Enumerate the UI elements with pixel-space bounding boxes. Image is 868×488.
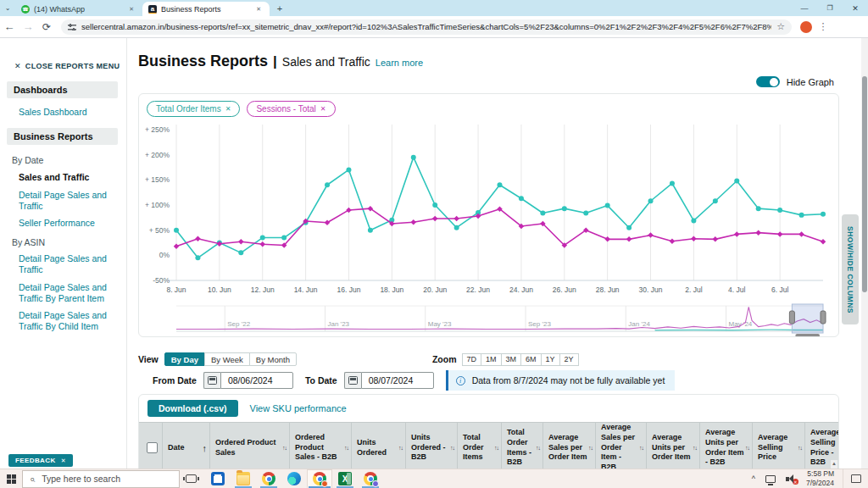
zoom-1y[interactable]: 1Y [541, 353, 560, 366]
metric-chip-total-order-items[interactable]: Total Order Items✕ [147, 101, 240, 117]
site-settings-icon[interactable] [68, 24, 76, 30]
sidebar-item-detail-page-sales-and-traffic[interactable]: Detail Page Sales and Traffic [0, 250, 126, 279]
column-header-select[interactable] [139, 423, 163, 469]
view-by-day[interactable]: By Day [164, 352, 205, 366]
sort-icon[interactable]: ↑↓ [344, 445, 348, 451]
view-by-month[interactable]: By Month [249, 352, 297, 366]
navigator-selection[interactable] [792, 304, 823, 333]
column-header-date[interactable]: Date↑⌄ [163, 423, 210, 469]
zoom-7d[interactable]: 7D [462, 353, 482, 366]
store-taskbar-icon[interactable] [205, 469, 231, 488]
page-scrollbar[interactable] [861, 38, 868, 469]
zoom-1m[interactable]: 1M [481, 353, 502, 366]
url-text[interactable]: sellercentral.amazon.in/business-reports… [81, 22, 771, 31]
column-header-total-order-items-b2b[interactable]: Total Order Items - B2B↑↓ [502, 423, 543, 469]
browser-tab-business-reports[interactable]: aBusiness Reports✕ [142, 2, 270, 16]
minimize-button[interactable]: — [792, 0, 817, 16]
sort-icon[interactable]: ↑↓ [798, 445, 802, 451]
column-header-units-ordered[interactable]: Units Ordered↑↓⌄ [352, 423, 406, 469]
table-scrollbar[interactable]: ▲ ▼ [831, 460, 837, 469]
hide-graph-toggle[interactable] [756, 76, 780, 87]
scroll-up-icon[interactable]: ▲ [831, 461, 837, 466]
back-icon[interactable]: ← [0, 20, 19, 33]
navigator-scrollbar-thumb[interactable] [795, 334, 820, 336]
column-header-units-ordered-b2b[interactable]: Units Ordered - B2B↑↓ [406, 423, 458, 469]
sort-icon[interactable]: ↑↓ [282, 445, 287, 451]
new-tab-button[interactable]: + [273, 2, 287, 15]
zoom-3m[interactable]: 3M [501, 353, 522, 366]
sort-icon[interactable]: ↑↓ [745, 445, 749, 451]
chevron-down-icon[interactable]: ⌄ [0, 0, 15, 16]
action-center-button[interactable] [843, 469, 868, 488]
to-date-input[interactable]: 08/07/2024 [361, 372, 434, 389]
metric-chip-sessions-total[interactable]: Sessions - Total✕ [247, 101, 335, 117]
bookmark-star-icon[interactable]: ☆ [776, 21, 785, 32]
select-all-checkbox[interactable] [147, 442, 158, 453]
volume-muted-icon[interactable]: ✕ [786, 474, 796, 483]
excel-taskbar-icon[interactable] [332, 469, 358, 488]
browser-tab-14-whatsapp[interactable]: (14) WhatsApp✕ [15, 2, 142, 16]
from-date-calendar-button[interactable] [203, 372, 220, 389]
close-tab-icon[interactable]: ✕ [253, 5, 264, 14]
browser-menu-icon[interactable]: ⋮ [815, 21, 831, 32]
sort-icon[interactable]: ↑↓ [588, 445, 593, 451]
sort-icon[interactable]: ↑↓ [494, 445, 498, 451]
sort-icon[interactable]: ↑↓ [693, 445, 697, 451]
sidebar-item-detail-page-sales-and-traffic[interactable]: Detail Page Sales and Traffic [0, 186, 126, 215]
navigator-handle[interactable] [821, 311, 826, 324]
chrome-profile-taskbar-icon[interactable] [358, 469, 383, 488]
navigator-handle[interactable] [789, 311, 794, 324]
close-reports-menu[interactable]: ✕ CLOSE REPORTS MENU [0, 62, 126, 70]
show-hide-columns-tab[interactable]: SHOW/HIDE COLUMNS [842, 214, 859, 324]
sidebar-item-detail-page-sales-and-traffic-by-child-item[interactable]: Detail Page Sales and Traffic By Child I… [0, 307, 126, 336]
sidebar-item-detail-page-sales-and-traffic-by-parent-item[interactable]: Detail Page Sales and Traffic By Parent … [0, 279, 126, 308]
taskbar-search[interactable]: ⌕ Type here to search [22, 470, 180, 488]
close-window-button[interactable]: ✕ [843, 0, 868, 16]
chrome-active-taskbar-icon[interactable] [307, 469, 332, 488]
close-icon[interactable]: ✕ [225, 105, 231, 113]
page-scrollbar-thumb[interactable] [862, 76, 867, 292]
forward-icon[interactable]: → [19, 20, 37, 33]
column-header-average-units-per-order-item[interactable]: Average Units per Order Item↑↓ [647, 423, 700, 469]
to-date-calendar-button[interactable] [344, 372, 361, 389]
column-header-average-selling-price[interactable]: Average Selling Price↑↓ [753, 423, 805, 469]
sort-icon[interactable]: ↑↓ [398, 445, 403, 451]
sales-traffic-chart[interactable]: 8. Jun10. Jun12. Jun14. Jun16. Jun18. Ju… [141, 119, 837, 301]
zoom-6m[interactable]: 6M [520, 353, 542, 366]
feedback-badge[interactable]: FEEDBACK ✕ [8, 454, 73, 467]
sort-icon[interactable]: ↑↓ [536, 445, 540, 451]
column-header-average-sales-per-order-item-b2b[interactable]: Average Sales per Order Item - B2B↑↓ [596, 423, 647, 469]
from-date-input[interactable]: 08/06/2024 [220, 372, 293, 389]
zoom-2y[interactable]: 2Y [559, 353, 579, 366]
task-view-button[interactable] [180, 469, 202, 488]
column-header-average-units-per-order-item-b2b[interactable]: Average Units per Order Item - B2B↑↓ [700, 423, 753, 469]
view-by-week[interactable]: By Week [204, 352, 250, 366]
sort-ascending-icon[interactable]: ↑ [203, 443, 208, 453]
reload-icon[interactable]: ⟳ [37, 21, 56, 33]
column-header-ordered-product-sales-b2b[interactable]: Ordered Product Sales - B2B↑↓ [290, 423, 352, 469]
start-button[interactable] [0, 469, 22, 488]
sidebar-item-sales-and-traffic[interactable]: Sales and Traffic [0, 168, 126, 186]
sidebar-item-seller-performance[interactable]: Seller Performance [0, 214, 126, 232]
hidden-icons-chevron[interactable]: ^ [747, 474, 760, 483]
sort-icon[interactable]: ↑↓ [639, 445, 643, 451]
learn-more-link[interactable]: Learn more [376, 58, 423, 68]
download-csv-button[interactable]: Download (.csv) [147, 400, 238, 417]
network-icon[interactable] [765, 475, 776, 483]
close-icon[interactable]: ✕ [61, 458, 66, 464]
close-icon[interactable]: ✕ [320, 105, 326, 113]
column-header-average-sales-per-order-item[interactable]: Average Sales per Order Item↑↓ [543, 423, 596, 469]
sidebar-item-sales-dashboard[interactable]: Sales Dashboard [0, 103, 126, 121]
close-tab-icon[interactable]: ✕ [126, 5, 136, 14]
column-header-ordered-product-sales[interactable]: Ordered Product Sales↑↓⌄ [210, 423, 290, 469]
file-explorer-taskbar-icon[interactable] [231, 469, 256, 488]
taskbar-clock[interactable]: 5:58 PM 7/9/2024 [806, 469, 834, 487]
edge-taskbar-icon[interactable] [281, 469, 307, 488]
column-header-total-order-items[interactable]: Total Order Items↑↓ [458, 423, 502, 469]
address-bar[interactable]: sellercentral.amazon.in/business-reports… [61, 19, 792, 35]
chrome-taskbar-icon[interactable] [256, 469, 281, 488]
restore-button[interactable]: ❐ [817, 0, 843, 16]
chart-range-navigator[interactable]: Sep '22Jan '23May '23Sep '23Jan '24May '… [141, 302, 837, 336]
profile-avatar[interactable] [800, 21, 812, 33]
sort-icon[interactable]: ↑↓ [450, 445, 454, 451]
